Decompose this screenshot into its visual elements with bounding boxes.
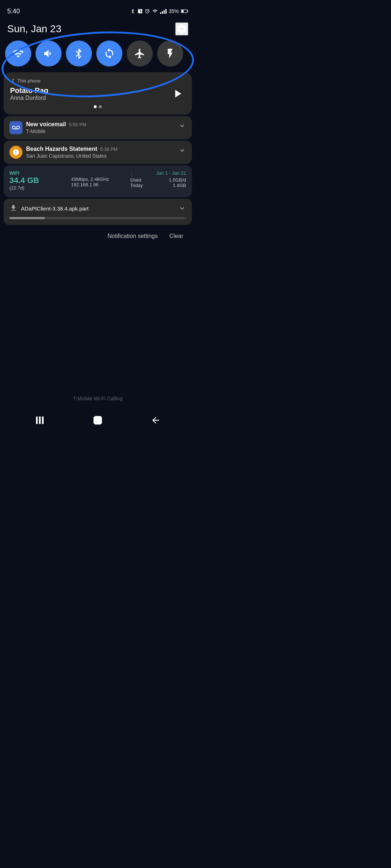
hazard-icon (12, 149, 20, 156)
svg-rect-3 (36, 417, 38, 424)
wifi-used-row: Used 1.5GB/d (130, 177, 186, 183)
artist-name: Anna Dunford (10, 95, 49, 101)
wifi-col-2: - 43Mbps, 2.46GHz 192.168.1.96 (68, 170, 127, 187)
wifi-used-label: Used (130, 177, 141, 183)
home-button[interactable] (89, 412, 106, 429)
svg-rect-5 (42, 417, 44, 424)
status-bar: 5:40 35% (0, 0, 196, 19)
download-notification-card: ADaPtClient-3.38.4.apk.part (4, 199, 192, 225)
hazard-title: Beach Hazards Statement (26, 146, 97, 152)
wifi-col-3: Jan 1 - Jan 31 Used 1.5GB/d Today 1.4GB (127, 170, 186, 188)
status-time: 5:40 (7, 8, 20, 15)
voicemail-text: New voicemail 5:55 PM T-Mobile (26, 121, 175, 134)
wifi-today-value: 1.4GB (173, 183, 186, 188)
pagination-dots (10, 105, 185, 108)
music-notification-card: This phone Potato Rag Anna Dunford (4, 72, 192, 115)
recents-button[interactable] (31, 412, 49, 429)
clear-button[interactable]: Clear (167, 231, 186, 241)
alarm-status-icon (145, 9, 150, 14)
music-info: Potato Rag Anna Dunford (10, 86, 49, 101)
wifi-toggle[interactable] (5, 41, 31, 67)
hazard-text: Beach Hazards Statement 5:38 PM San Juan… (26, 146, 175, 159)
nfc-status-icon (138, 9, 143, 14)
hazard-left: Beach Hazards Statement 5:38 PM San Juan… (9, 146, 175, 159)
hazard-expand-button[interactable] (175, 146, 186, 156)
wifi-data-grid: WIFI 34.4 GB (22.7d) - 43Mbps, 2.46GHz 1… (9, 170, 186, 192)
svg-rect-2 (188, 10, 188, 12)
status-icons: 35% (130, 8, 188, 14)
wifi-used-value: 1.5GB/d (169, 177, 186, 183)
wifi-days: (22.7d) (9, 185, 68, 191)
download-progress-fill (9, 217, 45, 219)
svg-rect-4 (39, 417, 41, 424)
flashlight-toggle[interactable] (157, 41, 183, 67)
voicemail-notification-card[interactable]: New voicemail 5:55 PM T-Mobile (4, 116, 192, 139)
music-source-label: This phone (17, 78, 41, 84)
date-row: Sun, Jan 23 (0, 19, 196, 41)
battery-icon (181, 9, 188, 14)
navigation-bar (0, 407, 196, 434)
quick-toggles (0, 41, 196, 67)
music-content: Potato Rag Anna Dunford (10, 86, 185, 102)
hazard-icon-box (9, 146, 22, 159)
wifi-date-range: Jan 1 - Jan 31 (130, 170, 186, 176)
wifi-col-1: WIFI 34.4 GB (22.7d) (9, 170, 68, 191)
download-filename: ADaPtClient-3.38.4.apk.part (21, 205, 89, 212)
date-display: Sun, Jan 23 (7, 23, 61, 35)
voicemail-expand-button[interactable] (175, 121, 186, 131)
music-header: This phone (10, 78, 185, 84)
voicemail-left: New voicemail 5:55 PM T-Mobile (9, 121, 175, 134)
wifi-data-card: WIFI 34.4 GB (22.7d) - 43Mbps, 2.46GHz 1… (4, 165, 192, 197)
hazard-subtitle: San Juan Capistrano, United States (26, 153, 175, 159)
music-note-icon (10, 78, 15, 84)
settings-button[interactable] (175, 22, 188, 35)
download-icon (9, 204, 17, 213)
hazard-time: 5:38 PM (100, 146, 118, 152)
download-left: ADaPtClient-3.38.4.apk.part (9, 204, 89, 213)
notifications-area: This phone Potato Rag Anna Dunford New v… (0, 72, 196, 241)
battery-text: 35% (169, 8, 179, 14)
bottom-actions: Notification settings Clear (4, 226, 192, 241)
voicemail-icon-box (9, 121, 22, 134)
voicemail-title-row: New voicemail 5:55 PM (26, 121, 175, 128)
svg-rect-6 (94, 417, 102, 424)
bluetooth-status-icon (130, 9, 135, 14)
bluetooth-toggle[interactable] (66, 41, 92, 67)
download-header: ADaPtClient-3.38.4.apk.part (9, 204, 186, 213)
song-title: Potato Rag (10, 86, 49, 95)
wifi-today-row: Today 1.4GB (130, 183, 186, 188)
notification-settings-button[interactable]: Notification settings (105, 231, 161, 241)
download-expand-button[interactable] (175, 204, 186, 213)
voicemail-time: 5:55 PM (69, 122, 86, 127)
carrier-footer: T-Mobile Wi-Fi Calling (0, 396, 196, 401)
dot-2 (99, 105, 102, 108)
wifi-ip: 192.168.1.96 (71, 182, 127, 187)
hazard-notification-card[interactable]: Beach Hazards Statement 5:38 PM San Juan… (4, 141, 192, 164)
wifi-label: WIFI (9, 170, 68, 176)
wifi-size: 34.4 GB (9, 176, 68, 185)
svg-rect-1 (181, 10, 184, 12)
wifi-speed: 43Mbps, 2.46GHz (71, 176, 127, 182)
play-button[interactable] (169, 86, 185, 102)
back-button[interactable] (147, 412, 164, 429)
hazard-title-row: Beach Hazards Statement 5:38 PM (26, 146, 175, 152)
sound-toggle[interactable] (35, 41, 62, 67)
download-progress-bar (9, 217, 186, 219)
voicemail-title: New voicemail (26, 121, 66, 128)
voicemail-icon (12, 124, 20, 132)
voicemail-subtitle: T-Mobile (26, 128, 175, 134)
wifi-status-icon (152, 9, 158, 14)
dot-1 (94, 105, 97, 108)
airplane-toggle[interactable] (127, 41, 153, 67)
wifi-today-label: Today (130, 183, 143, 188)
sync-toggle[interactable] (96, 41, 122, 67)
signal-bars (160, 9, 167, 14)
